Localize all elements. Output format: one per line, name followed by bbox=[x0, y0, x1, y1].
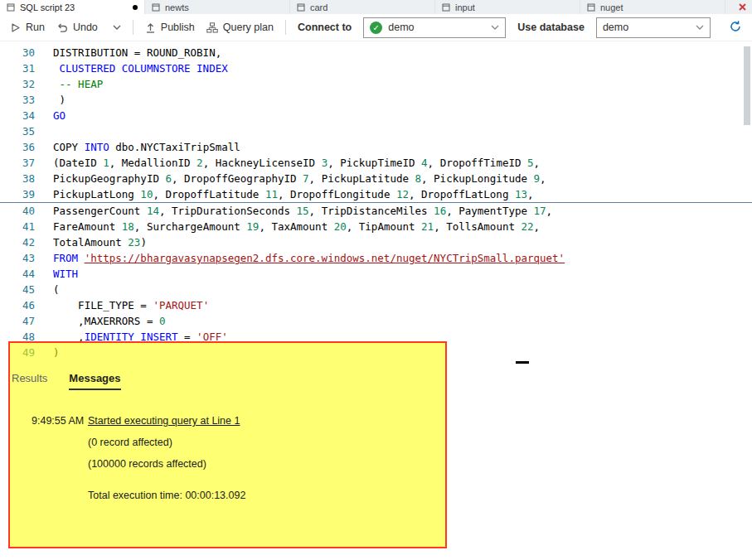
code-token: WITH bbox=[53, 268, 78, 280]
line-number: 43 bbox=[0, 250, 46, 266]
connect-to-value: demo bbox=[388, 22, 414, 33]
document-icon bbox=[442, 3, 450, 12]
refresh-button[interactable] bbox=[729, 20, 742, 36]
tab-sql-script-23[interactable]: SQL script 23 bbox=[0, 0, 145, 14]
run-button[interactable]: Run bbox=[10, 22, 45, 33]
code-line[interactable]: 32 -- HEAP bbox=[0, 76, 752, 92]
message-timestamp: 9:49:55 AM bbox=[32, 415, 86, 427]
tab-card[interactable]: card bbox=[290, 0, 435, 14]
publish-button[interactable]: Publish bbox=[145, 22, 195, 33]
tab-label: newts bbox=[165, 2, 189, 12]
code-token: 8 bbox=[415, 172, 422, 185]
tab-results[interactable]: Results bbox=[12, 372, 47, 390]
code-token: FareAmount bbox=[53, 220, 122, 233]
code-token: 17 bbox=[534, 205, 546, 217]
code-text: FROM 'https://bhargavasynapsegen2.dfs.co… bbox=[46, 250, 565, 266]
publish-icon bbox=[145, 22, 156, 33]
code-line[interactable]: 42TotalAmount 23) bbox=[0, 234, 752, 250]
tab-messages[interactable]: Messages bbox=[69, 372, 120, 390]
code-text: FareAmount 18, SurchargeAmount 19, TaxAm… bbox=[46, 219, 540, 234]
code-text: ,IDENTITY_INSERT = 'OFF' bbox=[46, 329, 228, 345]
code-token: 14 bbox=[147, 205, 159, 217]
line-number: 38 bbox=[0, 171, 46, 186]
code-text: FILE_TYPE = 'PARQUET' bbox=[46, 297, 209, 313]
code-token: ) bbox=[53, 346, 60, 359]
tab-nuget[interactable]: nuget bbox=[580, 0, 725, 14]
code-token: , bbox=[534, 157, 541, 169]
run-options-chevron[interactable] bbox=[113, 25, 121, 30]
code-text: CLUSTERED COLUMNSTORE INDEX bbox=[46, 60, 228, 76]
code-line[interactable]: 46 FILE_TYPE = 'PARQUET' bbox=[0, 297, 752, 313]
line-number: 46 bbox=[0, 297, 46, 313]
code-token: , DropoffLatitude bbox=[153, 188, 264, 200]
code-line[interactable]: 30DISTRIBUTION = ROUND_ROBIN, bbox=[0, 45, 752, 60]
code-line[interactable]: 37(DateID 1, MedallionID 2, HackneyLicen… bbox=[0, 155, 752, 171]
code-token: , TollsAmount bbox=[434, 220, 521, 233]
tab-newts[interactable]: newts bbox=[145, 0, 290, 14]
code-line[interactable]: 48 ,IDENTITY_INSERT = 'OFF' bbox=[0, 329, 752, 345]
use-database-dropdown[interactable]: demo bbox=[596, 17, 711, 38]
line-number: 34 bbox=[0, 108, 46, 123]
code-line[interactable]: 38PickupGeographyID 6, DropoffGeographyI… bbox=[0, 171, 752, 186]
code-token: INTO bbox=[85, 141, 109, 153]
code-token: 18 bbox=[122, 220, 134, 233]
code-token: , PickupLatitude bbox=[309, 172, 415, 185]
code-line[interactable]: 49) bbox=[0, 345, 752, 360]
code-token: 6 bbox=[165, 172, 172, 185]
message-link[interactable]: Started executing query at Line 1 bbox=[88, 415, 240, 427]
code-text: ) bbox=[46, 345, 60, 360]
line-number: 47 bbox=[0, 313, 46, 329]
code-editor[interactable]: 30DISTRIBUTION = ROUND_ROBIN,31 CLUSTERE… bbox=[0, 41, 752, 360]
code-token: , PickupLongitude bbox=[421, 172, 533, 185]
code-line[interactable]: 34GO bbox=[0, 108, 752, 123]
code-line[interactable]: 45( bbox=[0, 282, 752, 297]
query-plan-label: Query plan bbox=[223, 22, 274, 33]
code-token bbox=[53, 331, 78, 343]
code-token: TotalAmount bbox=[53, 236, 128, 249]
code-token: COPY bbox=[53, 141, 85, 153]
code-line[interactable]: 47 ,MAXERRORS = 0 bbox=[0, 313, 752, 329]
code-token: = bbox=[178, 331, 197, 343]
splitter-grip[interactable] bbox=[516, 361, 529, 364]
line-number: 30 bbox=[0, 45, 46, 60]
code-token: PassengerCount bbox=[53, 205, 147, 217]
code-text: PassengerCount 14, TripDurationSeconds 1… bbox=[46, 203, 552, 219]
connect-to-dropdown[interactable]: ✓ demo bbox=[363, 17, 506, 38]
code-line[interactable]: 41FareAmount 18, SurchargeAmount 19, Tax… bbox=[0, 219, 752, 234]
code-token: dbo.NYCTaxiTripSmall bbox=[109, 141, 240, 153]
code-token: 7 bbox=[303, 172, 309, 185]
code-text: ( bbox=[46, 282, 60, 297]
editor-scrollbar[interactable] bbox=[743, 45, 751, 358]
code-token: , TipAmount bbox=[347, 220, 421, 233]
code-text: COPY INTO dbo.NYCTaxiTripSmall bbox=[46, 139, 240, 155]
tab-label: nuget bbox=[600, 2, 623, 12]
code-token: , DropoffLatLong bbox=[409, 188, 515, 200]
code-line[interactable]: 35 bbox=[0, 123, 752, 139]
code-line[interactable]: 43FROM 'https://bhargavasynapsegen2.dfs.… bbox=[0, 250, 752, 266]
chevron-down-icon bbox=[696, 25, 704, 30]
scrollbar-thumb[interactable] bbox=[744, 46, 750, 125]
use-database-label: Use database bbox=[517, 22, 585, 33]
close-icon[interactable] bbox=[732, 0, 752, 14]
connect-to-label: Connect to bbox=[298, 22, 352, 33]
code-token: -- HEAP bbox=[53, 78, 103, 90]
code-token: GO bbox=[53, 109, 65, 122]
line-number: 40 bbox=[0, 203, 46, 219]
code-line[interactable]: 36COPY INTO dbo.NYCTaxiTripSmall bbox=[0, 139, 752, 155]
message-timestamp bbox=[32, 437, 86, 448]
undo-button[interactable]: Undo bbox=[56, 22, 98, 33]
message-timestamp bbox=[32, 458, 86, 470]
query-plan-button[interactable]: Query plan bbox=[206, 22, 274, 33]
tab-input[interactable]: input bbox=[435, 0, 580, 14]
code-text bbox=[46, 123, 53, 139]
code-token: ) bbox=[140, 236, 147, 249]
line-number: 48 bbox=[0, 329, 46, 345]
line-number: 42 bbox=[0, 234, 46, 250]
message-row: 9:49:55 AMStarted executing query at Lin… bbox=[32, 415, 752, 427]
code-line[interactable]: 33 ) bbox=[0, 92, 752, 108]
code-line[interactable]: 44WITH bbox=[0, 266, 752, 282]
code-line[interactable]: 40PassengerCount 14, TripDurationSeconds… bbox=[0, 203, 752, 219]
code-line[interactable]: 39PickupLatLong 10, DropoffLatitude 11, … bbox=[0, 186, 752, 203]
code-line[interactable]: 31 CLUSTERED COLUMNSTORE INDEX bbox=[0, 60, 752, 76]
run-label: Run bbox=[26, 22, 45, 33]
